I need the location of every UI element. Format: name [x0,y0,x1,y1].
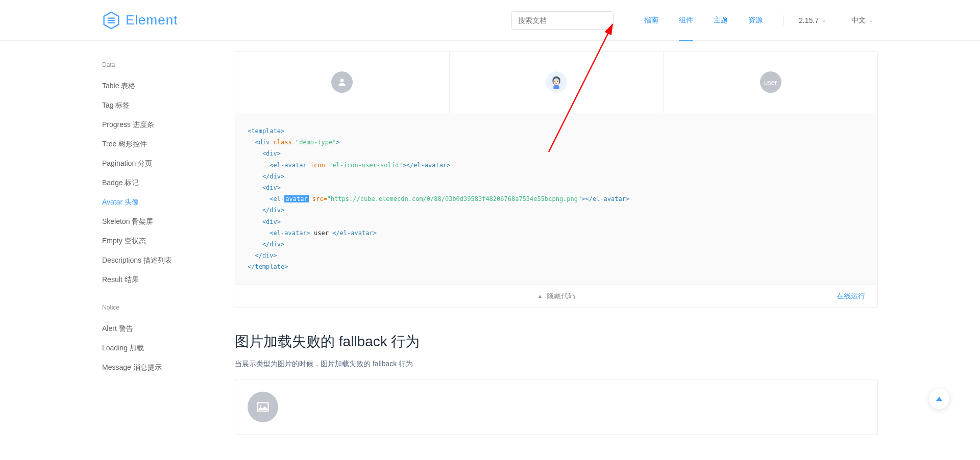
code-footer[interactable]: ▲ 隐藏代码 在线运行 [235,285,877,307]
caret-up-icon: ▲ [537,293,543,299]
brand-logo[interactable]: Element [102,11,178,30]
avatar-icon [331,71,353,93]
search-input[interactable] [511,11,614,30]
user-solid-icon [337,77,347,87]
svg-point-5 [557,81,558,82]
sidebar-item[interactable]: Pagination 分页 [102,154,235,173]
chevron-down-icon: ⌄ [869,17,873,23]
nav-theme[interactable]: 主题 [703,0,738,41]
sidebar-item[interactable]: Alert 警告 [102,319,235,339]
sidebar-item[interactable]: Descriptions 描述列表 [102,251,235,270]
chevron-down-icon: ⌄ [822,17,826,23]
sidebar-item[interactable]: Empty 空状态 [102,232,235,251]
code-block: <template> <div class="demo-type"> <div>… [235,113,877,285]
run-online-link[interactable]: 在线运行 [837,292,865,301]
brand-name: Element [126,12,178,28]
demo-cell-icon [235,52,450,113]
sidebar-group-title: Notice [102,304,235,311]
demo-box: user <template> <div class="demo-type"> … [235,51,878,308]
nav-resource[interactable]: 资源 [738,0,773,41]
fallback-section-desc: 当展示类型为图片的时候，图片加载失败的 fallback 行为 [235,360,878,369]
avatar-image [546,71,567,93]
fallback-section-title: 图片加载失败的 fallback 行为 [235,332,878,351]
version-label: 2.15.7 [799,16,819,24]
sidebar-item[interactable]: Loading 加载 [102,339,235,358]
sidebar-group-title: Data [102,61,235,68]
language-dropdown[interactable]: 中文 ⌄ [846,16,878,25]
sidebar-item[interactable]: Tag 标签 [102,96,235,115]
element-logo-icon [102,11,120,30]
language-label: 中文 [851,16,866,25]
nav-component[interactable]: 组件 [669,0,703,41]
sidebar-item[interactable]: Progress 进度条 [102,115,235,135]
version-dropdown[interactable]: 2.15.7 ⌄ [794,16,831,24]
demo-cell-text: user [664,52,877,113]
divider [783,15,783,25]
svg-point-7 [260,405,261,407]
caret-up-icon [936,396,942,402]
sidebar-item[interactable]: Message 消息提示 [102,358,235,377]
back-to-top-button[interactable] [929,389,949,409]
image-placeholder-icon [256,400,270,414]
demo-preview: user [235,52,877,113]
svg-point-4 [554,81,555,82]
sidebar-item[interactable]: Tree 树形控件 [102,135,235,154]
svg-point-1 [340,79,344,82]
fallback-demo [235,379,878,435]
collapse-label: 隐藏代码 [547,292,575,301]
svg-point-3 [553,79,559,85]
sidebar-item[interactable]: Table 表格 [102,76,235,96]
sidebar-item[interactable]: Skeleton 骨架屏 [102,212,235,232]
avatar-text: user [760,71,781,93]
sidebar-item[interactable]: Badge 标记 [102,173,235,193]
nav-guide[interactable]: 指南 [634,0,669,41]
sidebar-item[interactable]: Result 结果 [102,270,235,290]
demo-cell-image [450,52,664,113]
sidebar-item[interactable]: Avatar 头像 [102,193,235,212]
fallback-avatar [248,392,278,422]
cartoon-avatar-icon [549,74,564,90]
